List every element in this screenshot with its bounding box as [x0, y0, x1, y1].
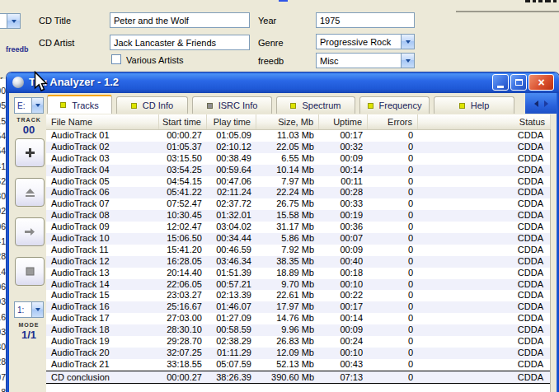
clipped-time: 54: [0, 143, 6, 158]
table-row[interactable]: AudioTrack 1828:30.1000:58.599.96 Mb00:0…: [46, 324, 550, 336]
chevron-down-icon[interactable]: [401, 54, 414, 68]
tab-help[interactable]: Help: [434, 96, 514, 114]
tab-tracks[interactable]: Tracks: [47, 95, 112, 114]
chevron-down-icon[interactable]: [7, 14, 20, 28]
column-header-start-time[interactable]: Start time: [159, 114, 207, 129]
table-row[interactable]: AudioTrack 0403:54.2500:59.6410.14 Mb00:…: [46, 165, 550, 176]
cell: 0: [368, 313, 418, 324]
cell: AudioTrack 13: [46, 268, 159, 279]
cell: 23:03.27: [159, 290, 207, 301]
freedb-combo[interactable]: Misc: [316, 53, 415, 68]
cell: 00:09: [319, 153, 368, 165]
cell: 9.70 Mb: [256, 279, 319, 291]
cell: AudioTrack 06: [46, 187, 159, 198]
cell: 04:54.15: [159, 176, 207, 188]
cell: 00:38.49: [207, 153, 256, 165]
table-row[interactable]: AudioTrack 1115:41.2000:46.597.92 Mb00:0…: [46, 245, 550, 256]
clipped-text-fragment: [545, 0, 551, 2]
table-row[interactable]: AudioTrack 1422:06.0500:57.219.70 Mb00:1…: [46, 279, 550, 291]
cell: 0: [368, 165, 418, 176]
clipped-track-times: 0005155454415230020641281406031603302807…: [0, 79, 7, 392]
tau-analyzer-window: Tau Analyzer - 1.2 × E: TRACK 00: [7, 72, 559, 392]
cell: AudioTrack 08: [46, 210, 159, 222]
tab-isrc-info[interactable]: ISRC Info: [192, 96, 272, 114]
chevron-down-icon[interactable]: [401, 35, 414, 49]
chevron-down-icon[interactable]: [31, 302, 43, 317]
cell: AudioTrack 04: [46, 165, 159, 176]
mode-select[interactable]: 1:: [14, 301, 44, 318]
table-row[interactable]: AudioTrack 0605:41.2202:11.2422.24 Mb00:…: [46, 187, 550, 198]
cell: AudioTrack 07: [46, 198, 159, 210]
cell: 26.83 Mb: [256, 336, 319, 348]
cell: 0: [368, 268, 418, 279]
summary-row[interactable]: CD conclusion00:00.2738:26.39390.60 Mb07…: [46, 371, 550, 384]
cd-artist-input[interactable]: [110, 35, 250, 50]
genre-label: Genre: [258, 38, 284, 48]
cell: AudioTrack 20: [46, 348, 159, 359]
cd-title-input[interactable]: [110, 12, 250, 28]
cell: 7.97 Mb: [256, 176, 319, 188]
year-input[interactable]: [316, 12, 415, 28]
cell: 22.05 Mb: [256, 142, 319, 153]
table-row[interactable]: AudioTrack 1929:28.7002:38.2926.83 Mb00:…: [46, 336, 550, 348]
column-header-uptime[interactable]: Uptime: [319, 114, 368, 129]
table-row[interactable]: AudioTrack 0303:15.5000:38.496.55 Mb00:0…: [46, 153, 550, 165]
genre-combo[interactable]: Progressive Rock: [316, 34, 415, 49]
tab-cd-info[interactable]: CD Info: [116, 96, 188, 114]
column-header-file-name[interactable]: File Name: [46, 114, 159, 129]
plus-button[interactable]: [15, 138, 45, 167]
column-header-play-time[interactable]: Play time: [207, 114, 256, 129]
table-row[interactable]: AudioTrack 1216:28.0503:46.3438.35 Mb00:…: [46, 256, 550, 268]
cell: 22.24 Mb: [256, 187, 319, 198]
cell: 00:17: [319, 130, 368, 142]
cell: CDDA: [418, 371, 551, 383]
table-row[interactable]: AudioTrack 1727:03.0001:27.0914.76 Mb00:…: [46, 313, 550, 324]
table-row[interactable]: AudioTrack 1320:14.4001:51.3918.89 Mb00:…: [46, 268, 550, 279]
clipped-time: 30: [0, 339, 6, 354]
eject-button[interactable]: [15, 178, 45, 207]
table-row[interactable]: AudioTrack 1523:03.2702:13.3922.61 Mb00:…: [46, 290, 550, 301]
plus-icon: [25, 147, 35, 158]
table-row[interactable]: AudioTrack 1625:16.6701:46.0717.97 Mb00:…: [46, 301, 550, 313]
cell: 00:19: [319, 210, 368, 222]
table-row[interactable]: AudioTrack 2032:07.2501:11.2912.09 Mb00:…: [46, 348, 550, 359]
cell: 00:58.59: [207, 324, 256, 336]
cell: 02:13.39: [207, 290, 256, 301]
column-header-size-mb[interactable]: Size, Mb: [256, 114, 319, 129]
table-row[interactable]: AudioTrack 0201:05.3702:10.1222.05 Mb00:…: [46, 142, 550, 153]
table-row[interactable]: AudioTrack 0810:30.4501:32.0115.58 Mb00:…: [46, 210, 550, 222]
cell: 00:14: [319, 165, 368, 176]
tab-spectrum[interactable]: Spectrum: [276, 96, 355, 114]
column-header-errors[interactable]: Errors: [368, 114, 418, 129]
maximize-button[interactable]: [510, 74, 527, 91]
cell: 00:34.44: [207, 233, 256, 245]
minimize-button[interactable]: [492, 74, 509, 91]
table-row[interactable]: AudioTrack 0100:00.2701:05.0911.03 Mb00:…: [46, 130, 550, 142]
table-row[interactable]: AudioTrack 1015:06.5000:34.445.86 Mb00:0…: [46, 233, 550, 245]
various-artists-checkbox[interactable]: [111, 54, 121, 64]
cell: CDDA: [418, 301, 551, 313]
cell: 27:03.00: [159, 313, 207, 324]
table-row[interactable]: AudioTrack 0707:52.4702:37.7226.75 Mb00:…: [46, 198, 550, 210]
table-row[interactable]: AudioTrack 0912:02.4703:04.0231.17 Mb00:…: [46, 222, 550, 233]
close-button[interactable]: ×: [528, 74, 554, 91]
stop-button[interactable]: [15, 257, 45, 286]
next-track-button[interactable]: [15, 217, 45, 246]
cell: 0: [368, 290, 418, 301]
scroll-left-icon[interactable]: [534, 100, 538, 107]
drive-combo[interactable]: [0, 13, 21, 29]
chevron-down-icon[interactable]: [31, 98, 43, 113]
cell: 15:41.20: [159, 245, 207, 256]
column-header-status[interactable]: Status: [418, 114, 551, 129]
table-row[interactable]: AudioTrack 0504:54.1500:47.067.97 Mb00:1…: [46, 176, 550, 188]
tab-frequency[interactable]: Frequency: [359, 96, 430, 114]
drive-select[interactable]: E:: [14, 97, 44, 114]
scroll-right-icon[interactable]: [544, 100, 548, 107]
clipped-time: 54: [0, 128, 6, 143]
table-row[interactable]: AudioTrack 2133:18.5505:07.5952.13 Mb00:…: [46, 359, 550, 371]
cell: 0: [368, 371, 418, 383]
titlebar[interactable]: Tau Analyzer - 1.2 ×: [7, 72, 559, 93]
cell: 00:18: [319, 268, 368, 279]
cell: 05:41.22: [159, 187, 207, 198]
cell: AudioTrack 09: [46, 222, 159, 233]
